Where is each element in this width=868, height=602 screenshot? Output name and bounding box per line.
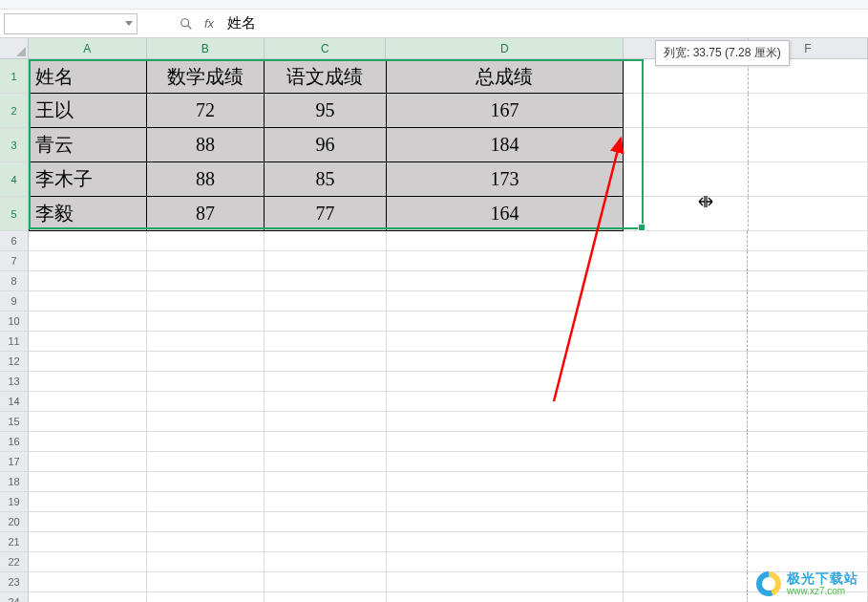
cell-D5[interactable]: 164 xyxy=(387,197,625,231)
cell-D3[interactable]: 184 xyxy=(387,128,625,162)
cell-B19[interactable] xyxy=(147,492,265,512)
cell-E14[interactable] xyxy=(624,392,748,412)
cell-D23[interactable] xyxy=(387,572,625,592)
cell-D13[interactable] xyxy=(387,372,625,392)
row-header-13[interactable]: 13 xyxy=(0,372,29,392)
row-header-6[interactable]: 6 xyxy=(0,231,29,251)
cell-D6[interactable] xyxy=(387,231,625,251)
cell-A8[interactable] xyxy=(29,271,147,291)
cell-E15[interactable] xyxy=(624,412,748,432)
cell-D10[interactable] xyxy=(387,312,625,332)
cell-A13[interactable] xyxy=(29,372,147,392)
cell-E19[interactable] xyxy=(624,492,748,512)
cell-C24[interactable] xyxy=(265,592,386,602)
cell-C14[interactable] xyxy=(265,392,386,412)
cell-F13[interactable] xyxy=(748,372,868,392)
row-header-7[interactable]: 7 xyxy=(0,251,29,271)
cell-E18[interactable] xyxy=(624,472,748,492)
row-header-24[interactable]: 24 xyxy=(0,592,29,602)
cell-grid[interactable]: 姓名数学成绩语文成绩总成绩王以7295167青云8896184李木子888517… xyxy=(29,59,868,602)
cell-A6[interactable] xyxy=(29,231,147,251)
cell-C10[interactable] xyxy=(265,312,386,332)
cell-F2[interactable] xyxy=(749,94,869,128)
cell-F21[interactable] xyxy=(748,532,868,552)
cell-C16[interactable] xyxy=(265,432,386,452)
cell-F14[interactable] xyxy=(748,392,868,412)
cell-E4[interactable] xyxy=(624,162,748,197)
column-header-D[interactable]: D xyxy=(386,38,624,59)
row-header-16[interactable]: 16 xyxy=(0,432,29,452)
cell-A7[interactable] xyxy=(29,251,147,271)
cell-E21[interactable] xyxy=(624,532,748,552)
cell-E7[interactable] xyxy=(624,251,748,271)
cell-C23[interactable] xyxy=(265,572,386,592)
cell-D20[interactable] xyxy=(387,512,625,532)
cell-A16[interactable] xyxy=(29,432,147,452)
cell-D4[interactable]: 173 xyxy=(387,162,625,197)
row-header-20[interactable]: 20 xyxy=(0,512,29,532)
cell-A9[interactable] xyxy=(29,291,147,312)
cell-B23[interactable] xyxy=(147,572,265,592)
row-header-3[interactable]: 3 xyxy=(0,128,29,162)
cell-C7[interactable] xyxy=(265,251,386,271)
cell-A22[interactable] xyxy=(29,552,147,572)
cell-A11[interactable] xyxy=(29,332,147,352)
cell-A14[interactable] xyxy=(29,392,147,412)
cell-F19[interactable] xyxy=(748,492,868,512)
cell-B9[interactable] xyxy=(147,291,265,312)
cell-F18[interactable] xyxy=(748,472,868,492)
cell-F4[interactable] xyxy=(749,162,869,197)
cell-F3[interactable] xyxy=(749,128,869,162)
cell-F9[interactable] xyxy=(748,291,868,312)
cell-A15[interactable] xyxy=(29,412,147,432)
cell-F17[interactable] xyxy=(748,452,868,472)
cell-B8[interactable] xyxy=(147,271,265,291)
cell-E3[interactable] xyxy=(624,128,748,162)
cell-C22[interactable] xyxy=(265,552,386,572)
cell-A3[interactable]: 青云 xyxy=(29,128,147,162)
cell-B18[interactable] xyxy=(147,472,265,492)
cell-D15[interactable] xyxy=(387,412,625,432)
cell-A18[interactable] xyxy=(29,472,147,492)
cell-B2[interactable]: 72 xyxy=(147,94,265,128)
cell-A20[interactable] xyxy=(29,512,147,532)
cell-F12[interactable] xyxy=(748,352,868,372)
cell-C1[interactable]: 语文成绩 xyxy=(265,59,386,94)
row-header-4[interactable]: 4 xyxy=(0,162,29,197)
cell-C5[interactable]: 77 xyxy=(265,197,386,231)
cell-B13[interactable] xyxy=(147,372,265,392)
cell-B24[interactable] xyxy=(147,592,265,602)
cell-C9[interactable] xyxy=(265,291,386,312)
cell-F8[interactable] xyxy=(748,271,868,291)
row-header-22[interactable]: 22 xyxy=(0,552,29,572)
cell-D11[interactable] xyxy=(387,332,625,352)
row-header-21[interactable]: 21 xyxy=(0,532,29,552)
cell-B14[interactable] xyxy=(147,392,265,412)
formula-input[interactable] xyxy=(222,13,864,34)
cell-F10[interactable] xyxy=(748,312,868,332)
cell-B20[interactable] xyxy=(147,512,265,532)
cell-E9[interactable] xyxy=(624,291,748,312)
row-header-23[interactable]: 23 xyxy=(0,572,29,592)
cell-B21[interactable] xyxy=(147,532,265,552)
cell-A23[interactable] xyxy=(29,572,147,592)
cell-D8[interactable] xyxy=(387,271,625,291)
cell-B16[interactable] xyxy=(147,432,265,452)
cell-C6[interactable] xyxy=(265,231,386,251)
cell-C11[interactable] xyxy=(265,332,386,352)
row-header-9[interactable]: 9 xyxy=(0,291,29,312)
cell-E12[interactable] xyxy=(624,352,748,372)
cell-C15[interactable] xyxy=(265,412,386,432)
cell-C4[interactable]: 85 xyxy=(265,162,386,197)
cell-D7[interactable] xyxy=(387,251,625,271)
cell-A21[interactable] xyxy=(29,532,147,552)
cell-D22[interactable] xyxy=(387,552,625,572)
cell-E6[interactable] xyxy=(624,231,748,251)
cell-E5[interactable] xyxy=(624,197,748,231)
cell-F11[interactable] xyxy=(748,332,868,352)
cell-C12[interactable] xyxy=(265,352,386,372)
cell-F5[interactable] xyxy=(749,197,869,231)
cell-D12[interactable] xyxy=(387,352,625,372)
cell-F6[interactable] xyxy=(748,231,868,251)
cell-E20[interactable] xyxy=(624,512,748,532)
